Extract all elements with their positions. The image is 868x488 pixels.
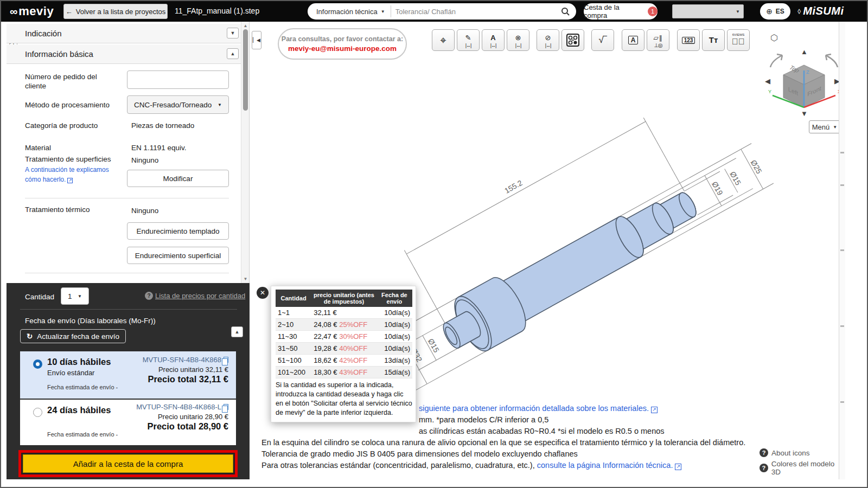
contact-text: Para consultas, por favor contactar a: [282, 35, 403, 43]
text-dimension-button[interactable]: A|↔| [482, 29, 505, 51]
update-ship-date-label: Actualizar fecha de envío [37, 332, 119, 341]
price-row: 11~30 22,47 € 30%OFF 10día(s) [276, 331, 412, 343]
collapse-panel-button[interactable]: ▏◀ [252, 31, 261, 49]
material-value: EN 1.1191 equiv. [131, 144, 187, 152]
six-views-button[interactable]: 6VIEWS✛⃘ [727, 29, 750, 51]
method-select[interactable]: CNC-Fresado/Torneado ▼ [127, 95, 229, 114]
copy-icon[interactable] [224, 404, 228, 410]
surface-finish-button[interactable]: √‾ [591, 29, 614, 51]
rotate-left-step-arrow[interactable]: ◀ [765, 77, 770, 85]
order-no-input[interactable] [127, 70, 229, 89]
contact-banner: Para consultas, por favor contactar a: m… [278, 28, 407, 60]
price-row-qty: 51~100 [276, 355, 311, 367]
section-header-indicacion[interactable]: Indicación ▼ [7, 24, 245, 43]
section-header-info-basica[interactable]: Información básica ▲ [7, 44, 245, 64]
cube-outline-icon[interactable]: ⬡ [770, 33, 778, 43]
rotate-right-arrow[interactable] [826, 55, 838, 67]
note-other-tolerances: Para otras tolerancias estándar (concent… [261, 461, 681, 470]
misumi-logo[interactable]: ⬨ MiSUMi [797, 5, 844, 17]
meviy-logo[interactable]: ∞ meviy [10, 4, 54, 18]
measure-button[interactable]: 1̲2̲3̲ [677, 29, 700, 51]
ship-option[interactable]: 10 días hábiles Envío estándar Fecha est… [20, 351, 236, 399]
delete-dimension-button[interactable]: ⊗|↔| [507, 29, 529, 51]
scroll-down-icon[interactable]: ▼ [241, 277, 250, 281]
col-ship-date: Fecha de envío [376, 290, 412, 307]
section-info-label: Información básica [25, 49, 93, 59]
menu-button-label: Menú [812, 123, 830, 131]
tolerance-icon: ▱∥ [653, 33, 662, 43]
language-button[interactable]: ⊕ ES [760, 3, 790, 20]
hole-info-button[interactable] [561, 29, 584, 51]
hide-dimension-button[interactable]: ⊘|↔| [537, 29, 559, 51]
scrollbar-tick [840, 152, 844, 153]
copy-icon[interactable] [224, 357, 228, 363]
refresh-icon: ↻ [27, 332, 33, 341]
edit-dimension-button[interactable]: ✎|↔| [457, 29, 480, 51]
cart-button[interactable]: Cesta de la compra 1 [584, 3, 658, 20]
collapse-toggle-icon[interactable]: ▼ [227, 28, 239, 38]
hardening-surface-button[interactable]: Endurecimiento superficial [127, 247, 229, 264]
rotate-left-arrow[interactable] [770, 55, 782, 67]
scrollbar-thumb[interactable] [243, 29, 248, 111]
collapse-quote-icon[interactable]: ▲ [231, 326, 243, 337]
geo-tolerance-button[interactable]: ▱∥⊥◎ [647, 29, 669, 51]
material-label: Material [25, 144, 51, 152]
price-row-price: 18,62 € 42%OFF [311, 355, 376, 367]
contact-email-link[interactable]: meviy-eu@misumi-europe.com [288, 44, 397, 53]
modify-button[interactable]: Modificar [127, 170, 229, 187]
hardening-through-button[interactable]: Endurecimiento templado [127, 222, 229, 240]
datum-target-button[interactable]: ⌖ [432, 29, 455, 51]
price-row: 2~10 24,08 € 25%OFF 10día(s) [276, 319, 412, 331]
ship-date-label: Fecha de envío (Días laborales (Mo-Fr)) [25, 317, 156, 325]
back-to-projects-button[interactable]: ← Volver a la lista de proyectos [63, 4, 168, 19]
pencil-icon: ✎ [465, 33, 471, 43]
tech-info-link[interactable]: consulte la página Información técnica. [537, 461, 673, 470]
rotate-down-arrow[interactable]: ▼ [801, 110, 808, 118]
order-no-label: Número de pedido del cliente [25, 72, 120, 91]
modify-button-label: Modificar [163, 175, 193, 183]
search-input[interactable] [391, 8, 561, 16]
qty-select[interactable]: 1 ▼ [61, 287, 89, 305]
ship-days: 24 días hábiles [47, 405, 111, 415]
part-number: MVTUP-SFN-4B8-4K868 [143, 356, 221, 364]
rotate-up-arrow[interactable]: ▲ [801, 48, 808, 56]
price-table: Cantidad precio unitario (antes de impue… [276, 290, 412, 378]
main-scrollbar[interactable] [839, 22, 845, 479]
question-icon: ? [760, 464, 768, 472]
category-value: Piezas de torneado [131, 121, 194, 130]
materials-link[interactable]: siguiente para obtener información detal… [419, 404, 649, 413]
scroll-up-icon[interactable]: ▲ [241, 23, 250, 28]
surface-link-line2: cómo hacerlo. [25, 176, 66, 183]
update-ship-date-button[interactable]: ↻ Actualizar fecha de envío [20, 329, 126, 343]
label-frame-button[interactable]: A [622, 29, 644, 51]
search-category-dropdown[interactable]: Información técnica ▼ [308, 8, 391, 16]
model-colors-link[interactable]: ? Colores del modelo 3D [760, 460, 845, 476]
ship-option[interactable]: 24 días hábiles Fecha estimada de envío … [20, 400, 236, 445]
language-code: ES [776, 8, 784, 15]
price-row-days: 10día(s) [376, 307, 412, 319]
chevron-down-icon: ▼ [736, 9, 740, 14]
about-icons-link[interactable]: ? About icons [760, 448, 810, 457]
framed-a-icon: A [628, 36, 639, 44]
add-to-cart-button[interactable]: Añadir a la cesta de la compra [23, 454, 233, 473]
z-axis-label: Z [806, 69, 809, 75]
price-row-price: 32,11 € [311, 307, 376, 319]
ship-estimate: Fecha estimada de envío - [47, 431, 118, 438]
collapse-toggle-icon[interactable]: ▲ [227, 48, 239, 59]
hardening-through-label: Endurecimiento templado [136, 227, 219, 235]
left-panel-scrollbar[interactable]: ▲ ▼ [241, 22, 249, 283]
dimension-arrow-icon: |↔| [465, 43, 471, 48]
search-icon[interactable] [561, 7, 576, 16]
surface-help-link[interactable]: A continuación te explicamos cómo hacerl… [25, 164, 109, 184]
question-icon: ? [145, 292, 153, 300]
popup-close-button[interactable]: ✕ [257, 287, 269, 299]
text-size-button[interactable]: Tᴛ [702, 29, 725, 51]
viewer-menu-button[interactable]: Menú ▼ [809, 120, 840, 133]
price-list-link[interactable]: ? Lista de precios por cantidad [145, 292, 245, 300]
radio-unselected-icon[interactable] [33, 408, 42, 417]
views-cross-icon: ✛⃘ [732, 36, 745, 47]
radio-selected-icon[interactable] [33, 359, 42, 369]
price-row-days: 10día(s) [376, 319, 412, 331]
header-select[interactable]: ▼ [672, 4, 744, 18]
price-row-price: 18,30 € 43%OFF [311, 367, 376, 378]
